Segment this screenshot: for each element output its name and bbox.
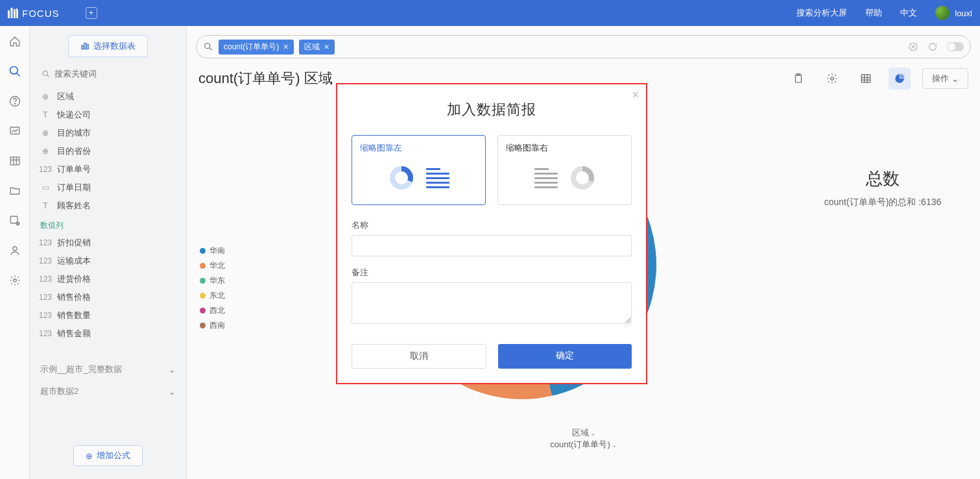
mini-donut-icon [388, 165, 414, 191]
modal-title: 加入数据简报 [352, 92, 632, 135]
mini-lines-icon [534, 168, 558, 188]
mini-lines-icon [426, 168, 449, 188]
note-input[interactable] [352, 282, 632, 324]
mini-donut-icon [569, 165, 595, 191]
layout-right-option[interactable]: 缩略图靠右 [497, 135, 632, 205]
close-icon[interactable]: ✕ [632, 90, 639, 100]
name-input[interactable] [352, 235, 632, 256]
note-label: 备注 [352, 267, 632, 278]
cancel-button[interactable]: 取消 [352, 344, 486, 369]
ok-button[interactable]: 确定 [498, 344, 632, 369]
name-label: 名称 [352, 219, 632, 231]
layout-left-option[interactable]: 缩略图靠左 [352, 135, 486, 205]
add-report-modal: ✕ 加入数据简报 缩略图靠左 缩略图靠右 名称 备注 取消 确定 [336, 83, 647, 384]
